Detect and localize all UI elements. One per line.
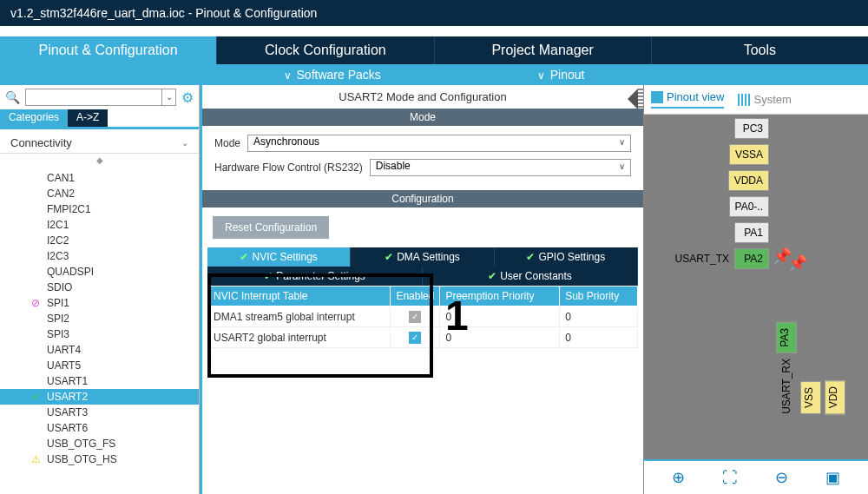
- config-header: Configuration: [202, 190, 643, 207]
- nvic-cell-sub[interactable]: 0: [560, 327, 638, 348]
- hwflow-select[interactable]: Disable: [370, 159, 631, 176]
- periph-item-quadspi[interactable]: QUADSPI: [0, 264, 199, 280]
- gear-icon[interactable]: ⚙: [181, 89, 194, 106]
- peripheral-list: CAN1CAN2FMPI2C1I2C1I2C2I2C3QUADSPISDIO⊘S…: [0, 167, 199, 494]
- nvic-cell-name: USART2 global interrupt: [208, 327, 391, 348]
- nvic-cell-enabled[interactable]: ✓: [391, 327, 440, 348]
- zoom-bar: ⊕ ⛶ ⊖ ▣: [644, 459, 868, 494]
- periph-item-i2c1[interactable]: I2C1: [0, 217, 199, 233]
- subbar-pinout[interactable]: Pinout: [537, 68, 585, 82]
- periph-item-label: I2C2: [47, 234, 69, 247]
- nvic-cell-sub[interactable]: 0: [560, 306, 638, 327]
- fit-icon[interactable]: ⛶: [722, 469, 738, 487]
- tab-pinout-config[interactable]: Pinout & Configuration: [0, 36, 217, 64]
- warn-icon: ⚠: [31, 453, 41, 465]
- periph-item-uart5[interactable]: UART5: [0, 358, 199, 373]
- drag-handle[interactable]: [638, 89, 643, 109]
- periph-item-label: CAN1: [47, 172, 75, 184]
- periph-item-label: UART4: [47, 344, 81, 356]
- rtab-pinout-view[interactable]: Pinout view: [651, 90, 724, 109]
- hwflow-label: Hardware Flow Control (RS232): [214, 161, 363, 174]
- periph-item-usb_otg_hs[interactable]: ⚠USB_OTG_HS: [0, 451, 199, 467]
- ok-icon: ✔: [31, 391, 40, 403]
- periph-item-usart2[interactable]: ✔USART2: [0, 389, 199, 405]
- subbar-software-packs[interactable]: Software Packs: [284, 68, 381, 82]
- periph-item-can1[interactable]: CAN1: [0, 170, 199, 186]
- periph-item-spi1[interactable]: ⊘SPI1: [0, 295, 199, 311]
- top-tabs: Pinout & Configuration Clock Configurati…: [0, 36, 868, 64]
- tab-project-manager[interactable]: Project Manager: [435, 36, 652, 64]
- rtab-system-label: System: [753, 93, 791, 106]
- pin-vdda[interactable]: VDDA: [728, 168, 769, 193]
- mode-header: Mode: [202, 109, 643, 126]
- nvic-table: NVIC Interrupt Table Enabled Preemption …: [207, 286, 638, 348]
- pin-vssa[interactable]: VSSA: [729, 142, 769, 167]
- periph-item-sdio[interactable]: SDIO: [0, 280, 199, 295]
- pin-pc3[interactable]: PC3: [734, 116, 769, 141]
- pin-label: VDD: [825, 380, 845, 414]
- pin-label: VSSA: [729, 144, 769, 165]
- tab-alpha[interactable]: A->Z: [68, 109, 108, 127]
- periph-item-usb_otg_fs[interactable]: USB_OTG_FS: [0, 436, 199, 451]
- mode-label: Mode: [214, 137, 240, 149]
- tab-categories[interactable]: Categories: [0, 109, 68, 127]
- periph-item-spi2[interactable]: SPI2: [0, 311, 199, 326]
- thumbtack-icon: 📌: [788, 254, 807, 273]
- nvic-row[interactable]: DMA1 stream5 global interrupt✓00: [208, 306, 638, 327]
- periph-item-label: QUADSPI: [47, 266, 94, 278]
- nvic-th-preempt: Preemption Priority: [440, 287, 560, 306]
- periph-item-i2c3[interactable]: I2C3: [0, 248, 199, 264]
- periph-item-usart1[interactable]: USART1: [0, 373, 199, 389]
- mode-select[interactable]: Asynchronous: [247, 135, 631, 152]
- ban-icon: ⊘: [31, 297, 40, 309]
- search-input[interactable]: ⌄: [25, 89, 176, 106]
- section-connectivity[interactable]: Connectivity ⌄: [0, 129, 199, 154]
- titlebar: v1.2_stm32f446re_uart_dma.ioc - Pinout &…: [0, 0, 868, 26]
- pin-vss[interactable]: VSS: [800, 381, 821, 414]
- periph-item-usart3[interactable]: USART3: [0, 405, 199, 420]
- pin-pa1[interactable]: PA1: [734, 221, 769, 245]
- zoom-in-icon[interactable]: ⊕: [672, 468, 685, 487]
- periph-item-can2[interactable]: CAN2: [0, 186, 199, 201]
- conf-tab-param[interactable]: ✔Parameter Settings: [207, 267, 423, 286]
- tab-tools[interactable]: Tools: [652, 36, 868, 64]
- pin-pa3[interactable]: PA3USART_RX: [776, 322, 797, 414]
- pin-label: PC3: [734, 118, 769, 139]
- periph-item-usart6[interactable]: USART6: [0, 420, 199, 436]
- nvic-cell-name: DMA1 stream5 global interrupt: [208, 306, 391, 327]
- pin-label: PA0-..: [729, 196, 769, 217]
- chevron-down-icon: ⌄: [181, 138, 188, 148]
- checkbox-icon[interactable]: ✓: [409, 332, 421, 344]
- conf-tab-gpio[interactable]: ✔GPIO Settings: [495, 247, 638, 267]
- periph-item-label: USART6: [47, 422, 88, 434]
- pin-signal-label: USART_TX: [675, 253, 729, 265]
- periph-item-spi3[interactable]: SPI3: [0, 326, 199, 342]
- search-dropdown-icon[interactable]: ⌄: [161, 89, 175, 105]
- pin-label: VDDA: [728, 170, 769, 191]
- periph-item-i2c2[interactable]: I2C2: [0, 233, 199, 248]
- zoom-out-icon[interactable]: ⊖: [775, 468, 788, 487]
- nvic-cell-preempt[interactable]: 0: [440, 306, 560, 327]
- conf-tab-param-label: Parameter Settings: [276, 270, 365, 282]
- pin-pa2[interactable]: USART_TXPA2: [675, 247, 769, 271]
- periph-item-fmpi2c1[interactable]: FMPI2C1: [0, 201, 199, 217]
- conf-tab-user[interactable]: ✔User Constants: [423, 267, 638, 286]
- checkbox-icon: ✓: [409, 311, 421, 323]
- pin-signal-label: USART_RX: [780, 359, 792, 414]
- nvic-cell-enabled[interactable]: ✓: [391, 306, 440, 327]
- nvic-th-enabled: Enabled: [391, 287, 440, 306]
- tab-clock-config[interactable]: Clock Configuration: [217, 36, 434, 64]
- nvic-cell-preempt[interactable]: 0: [440, 327, 560, 348]
- periph-item-uart4[interactable]: UART4: [0, 342, 199, 358]
- rotate-icon[interactable]: ▣: [825, 468, 840, 487]
- pinout-area[interactable]: PC3VSSAVDDAPA0-..PA1USART_TXPA2📌📌PA3USAR…: [644, 115, 868, 459]
- reset-config-button[interactable]: Reset Configuration: [213, 216, 329, 239]
- conf-tab-nvic[interactable]: ✔NVIC Settings: [207, 247, 351, 267]
- sort-handle-icon[interactable]: ◆: [0, 154, 199, 167]
- rtab-system-view[interactable]: System: [738, 90, 791, 109]
- pin-pa0-..[interactable]: PA0-..: [729, 194, 769, 219]
- nvic-row[interactable]: USART2 global interrupt✓00: [208, 327, 638, 348]
- pin-vdd[interactable]: VDD: [825, 380, 845, 414]
- conf-tab-dma[interactable]: ✔DMA Settings: [351, 247, 494, 267]
- pin-label: PA1: [734, 222, 769, 243]
